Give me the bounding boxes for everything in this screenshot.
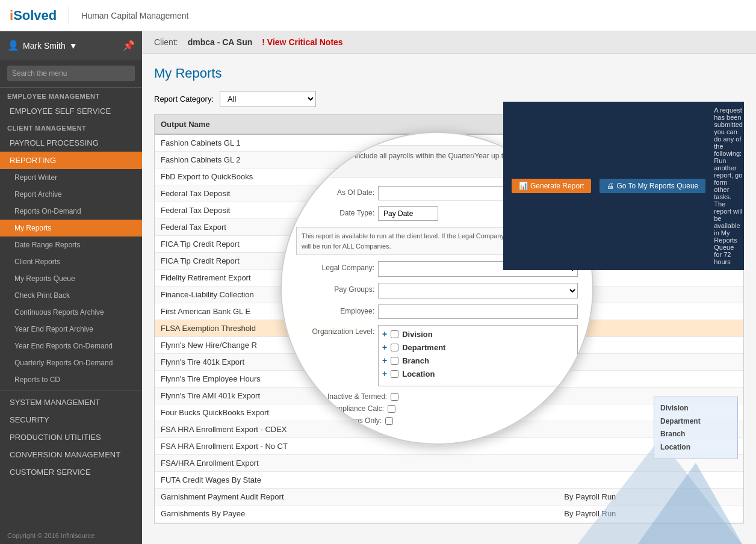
table-row[interactable]: First American Bank GL E [155,303,743,320]
table-row[interactable]: Fidelity Retirement Export [155,270,743,286]
row-output-name: FUTA Credit Wages By State [155,472,558,489]
row-type [558,219,743,236]
row-type [558,388,743,404]
row-type [558,236,743,253]
sidebar-item-year-end-report-archive[interactable]: Year End Report Archive [0,321,142,338]
table-row[interactable]: Finance-Liability Collection [155,286,743,303]
row-type [558,270,743,286]
table-row[interactable]: Fashion Cabinets GL 1 [155,134,743,152]
report-category-select[interactable]: All [220,91,316,107]
critical-notes-link[interactable]: ! View Critical Notes [262,37,342,47]
row-output-name: Fashion Cabinets GL 2 [155,152,558,168]
row-output-name: Flynn's New Hire/Change R [155,337,558,354]
sidebar-item-quarterly-reports-on-demand[interactable]: Quarterly Reports On-Demand [0,354,142,371]
row-type [558,421,743,438]
row-type [558,185,743,202]
row-output-name: Four Bucks QuickBooks Export [155,404,558,421]
sidebar-footer: Copyright © 2016 Infinisource [0,527,142,544]
sidebar-item-my-reports-queue[interactable]: My Reports Queue [0,270,142,287]
user-info[interactable]: 👤 Mark Smith ▼ [7,40,78,51]
sidebar-item-production-utilities[interactable]: PRODUCTION UTILITIES [0,428,142,446]
user-icon: 👤 [7,40,19,51]
sidebar-item-continuous-reports-archive[interactable]: Continuous Reports Archive [0,304,142,321]
table-row[interactable]: Federal Tax Export [155,219,743,236]
sidebar-item-employee-self-service[interactable]: EMPLOYEE SELF SERVICE [0,102,142,120]
table-row[interactable]: Garnishments by TypeBy Payroll Run [155,522,743,524]
search-input[interactable] [7,66,135,81]
row-output-name: Fidelity Retirement Export [155,270,558,286]
table-row[interactable]: Fashion Cabinets GL 2 [155,152,743,168]
page-title: My Reports [154,66,744,81]
layout: 👤 Mark Smith ▼ 📌 EMPLOYEE MANAGEMENT EMP… [0,31,756,544]
sidebar-item-security[interactable]: SECURITY [0,411,142,428]
row-type [558,303,743,320]
row-type [558,152,743,168]
pin-icon[interactable]: 📌 [123,40,135,51]
table-row[interactable]: FUTA Credit Wages By State [155,472,743,489]
row-output-name: FbD Export to QuickBooks [155,168,558,185]
table-row[interactable]: Flynn's New Hire/Change R [155,337,743,354]
sidebar-item-date-range-reports[interactable]: Date Range Reports [0,236,142,253]
table-row[interactable]: FSA/HRA Enrollment Export [155,455,743,472]
sidebar-item-check-print-back[interactable]: Check Print Back [0,287,142,304]
row-type: By Payroll Run [558,489,743,505]
table-row[interactable]: FLSA Exemption Threshold [155,320,743,337]
row-output-name: FICA Tip Credit Report [155,253,558,270]
table-row[interactable]: Flynn's Tire Employee Hours [155,371,743,388]
page-content: My Reports Report Category: All Output N… [142,54,756,536]
row-output-name: FSA HRA Enrollment Export - CDEX [155,421,558,438]
row-output-name: FSA/HRA Enrollment Export [155,455,558,472]
table-row[interactable]: Four Bucks QuickBooks Export [155,404,743,421]
table-row[interactable]: Federal Tax Deposit [155,185,743,202]
table-row[interactable]: FICA Tip Credit Report [155,253,743,270]
row-type [558,472,743,489]
row-type [558,168,743,185]
table-row[interactable]: FICA Tip Credit Report [155,236,743,253]
table-row[interactable]: Garnishment Payment Audit ReportBy Payro… [155,489,743,505]
sidebar-item-report-writer[interactable]: Report Writer [0,169,142,186]
sidebar-item-system-management[interactable]: SYSTEM MANAGEMENT [0,394,142,411]
col-type [558,115,743,134]
sidebar-item-my-reports[interactable]: My Reports [0,220,142,236]
sidebar-item-year-end-reports-on-demand[interactable]: Year End Reports On-Demand [0,338,142,354]
row-type [558,371,743,388]
sidebar-item-payroll-processing[interactable]: PAYROLL PROCESSING [0,134,142,152]
table-row[interactable]: Federal Tax Deposit [155,202,743,219]
table-row[interactable]: FSA HRA Enrollment Export - CDEX [155,421,743,438]
sidebar-item-conversion-management[interactable]: CONVERSION MANAGEMENT [0,446,142,463]
row-output-name: Federal Tax Deposit [155,185,558,202]
row-output-name: Garnishment Payment Audit Report [155,489,558,505]
table-row[interactable]: Garnishments By PayeeBy Payroll Run [155,505,743,522]
client-bar: Client: dmbca - CA Sun ! View Critical N… [142,31,756,54]
row-output-name: Federal Tax Export [155,219,558,236]
table-row[interactable]: Flynn's Tire 401k Export [155,354,743,371]
logo-subtitle: Human Capital Management [81,11,188,20]
sidebar-item-report-archive[interactable]: Report Archive [0,186,142,203]
row-type [558,134,743,152]
row-type [558,286,743,303]
row-type [558,337,743,354]
sidebar-item-client-reports[interactable]: Client Reports [0,253,142,270]
row-output-name: Flynn's Tire 401k Export [155,354,558,371]
user-bar[interactable]: 👤 Mark Smith ▼ 📌 [0,31,142,60]
client-label: Client: [154,37,178,47]
row-type [558,202,743,219]
reports-table-wrapper: Output Name Fashion Cabinets GL 1Fashion… [154,114,744,524]
sidebar-item-reports-on-demand[interactable]: Reports On-Demand [0,203,142,220]
report-category-label: Report Category: [154,94,214,104]
row-output-name: Flynn's Tire AMI 401k Export [155,388,558,404]
row-output-name: Flynn's Tire Employee Hours [155,371,558,388]
sidebar-item-employee-management[interactable]: EMPLOYEE MANAGEMENT [0,88,142,102]
sidebar-item-customer-service[interactable]: CUSTOMER SERVICE [0,463,142,481]
table-row[interactable]: FSA HRA Enrollment Export - No CT [155,438,743,455]
row-type [558,354,743,371]
table-row[interactable]: Flynn's Tire AMI 401k Export [155,388,743,404]
row-output-name: Garnishments by Type [155,522,558,524]
sidebar-item-reports-to-cd[interactable]: Reports to CD [0,371,142,388]
main-content: Client: dmbca - CA Sun ! View Critical N… [142,31,756,544]
table-row[interactable]: FbD Export to QuickBooks [155,168,743,185]
row-type [558,404,743,421]
logo-area: iSolved Human Capital Management [10,7,188,25]
row-type [558,438,743,455]
sidebar-item-reporting[interactable]: REPORTING [0,152,142,169]
